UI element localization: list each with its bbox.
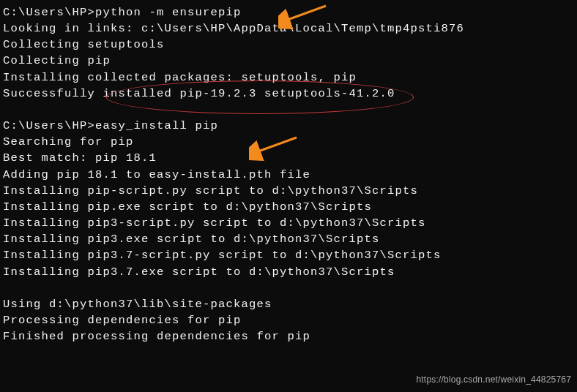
prompt: C:\Users\HP> [3,6,95,19]
terminal-output-line [3,280,574,296]
terminal-command-line: C:\Users\HP>easy_install pip [3,118,574,134]
prompt: C:\Users\HP> [3,119,95,132]
terminal-output-line: Searching for pip [3,134,574,150]
terminal-output-line: Collecting pip [3,53,574,69]
terminal-output-line [3,102,574,118]
watermark: https://blog.csdn.net/weixin_44825767 [416,374,571,386]
terminal-output-line: Successfully installed pip-19.2.3 setupt… [3,86,574,102]
terminal-output-line: Installing pip3.7.exe script to d:\pytho… [3,264,574,280]
terminal-output-line: Installing pip-script.py script to d:\py… [3,183,574,199]
terminal-command-line: C:\Users\HP>python -m ensurepip [3,4,574,20]
terminal-output-line: Installing pip3-script.py script to d:\p… [3,215,574,231]
terminal-output-line: Installing pip3.7-script.py script to d:… [3,247,574,263]
terminal-output-line: Installing pip3.exe script to d:\python3… [3,231,574,247]
terminal-output-line: Collecting setuptools [3,37,574,53]
terminal-output-line: Using d:\python37\lib\site-packages [3,296,574,312]
terminal-output-line: Adding pip 18.1 to easy-install.pth file [3,167,574,183]
terminal-output-line: Installing collected packages: setuptool… [3,69,574,86]
terminal-output: C:\Users\HP>python -m ensurepipLooking i… [3,4,574,344]
terminal-output-line: Installing pip.exe script to d:\python37… [3,199,574,215]
terminal-output-line: Processing dependencies for pip [3,312,574,328]
command: easy_install pip [95,119,218,132]
terminal-output-line: Looking in links: c:\Users\HP\AppData\Lo… [3,20,574,37]
terminal-output-line: Finished processing dependencies for pip [3,328,574,344]
command: python -m ensurepip [95,6,242,19]
terminal-output-line: Best match: pip 18.1 [3,150,574,166]
